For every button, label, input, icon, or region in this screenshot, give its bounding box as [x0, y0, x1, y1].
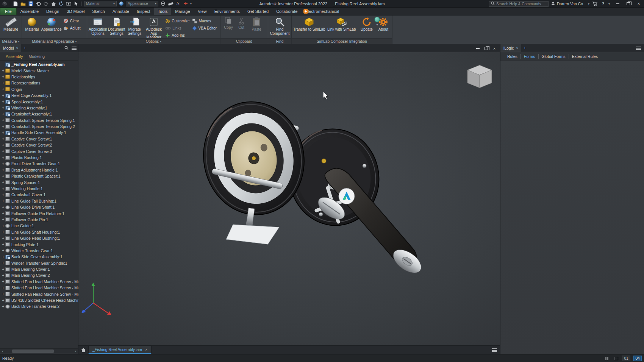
add-panel-button[interactable]: +: [21, 44, 28, 52]
chevron-down-icon[interactable]: ▾: [309, 10, 311, 14]
ribbon-tab[interactable]: File: [0, 8, 17, 15]
tree-item[interactable]: + Winding Assembly:1: [0, 105, 78, 111]
material-combo[interactable]: Material▾: [84, 1, 117, 6]
expander-icon[interactable]: +: [1, 118, 5, 122]
tree-item[interactable]: + Line Guide Tail Bushing:1: [0, 198, 78, 204]
expander-icon[interactable]: +: [1, 143, 5, 147]
expander-icon[interactable]: +: [1, 255, 5, 259]
adjust-button[interactable]: Adjust: [63, 25, 85, 31]
expander-icon[interactable]: +: [1, 131, 5, 135]
reel-model[interactable]: [193, 92, 425, 278]
expander-icon[interactable]: +: [1, 174, 5, 178]
expander-icon[interactable]: +: [1, 224, 5, 228]
material-button[interactable]: Material: [23, 16, 41, 32]
expander-icon[interactable]: +: [1, 267, 5, 272]
expander-icon[interactable]: +: [1, 211, 5, 215]
undo-icon[interactable]: [35, 1, 41, 6]
expander-icon[interactable]: +: [1, 261, 5, 265]
addins-button[interactable]: Add-Ins: [164, 32, 190, 39]
tree-item[interactable]: + Line Guide Head Bushing:1: [0, 235, 78, 241]
store-cart-icon[interactable]: [592, 1, 598, 7]
ilogic-nav-link[interactable]: Global Forms: [538, 54, 569, 59]
expander-icon[interactable]: +: [1, 242, 5, 247]
expander-icon[interactable]: +: [1, 81, 5, 85]
expander-icon[interactable]: +: [1, 112, 5, 116]
cut-button[interactable]: Cut: [236, 16, 247, 30]
tree-item[interactable]: + Slotted Pan Head Machine Screw - Metri…: [0, 291, 78, 297]
tree-item[interactable]: + Model States: Master: [0, 67, 78, 73]
document-settings-button[interactable]: Document Settings: [108, 16, 125, 36]
appearance-button[interactable]: Appearance: [41, 16, 62, 32]
measure-qat-icon[interactable]: [167, 1, 174, 6]
home-icon[interactable]: [50, 1, 56, 6]
expander-icon[interactable]: +: [1, 168, 5, 172]
ribbon-tab[interactable]: Get Started: [244, 8, 272, 15]
help-search[interactable]: [489, 1, 549, 7]
expander-icon[interactable]: +: [1, 298, 5, 303]
expander-icon[interactable]: +: [1, 75, 5, 79]
expander-icon[interactable]: +: [1, 230, 5, 234]
simlab-group-label[interactable]: SimLab Composer Integration: [292, 38, 392, 44]
ribbon-tab[interactable]: Design: [42, 8, 63, 15]
expander-icon[interactable]: +: [1, 69, 5, 73]
qat-overflow-chevron-icon[interactable]: ▾: [190, 2, 192, 5]
tree-item[interactable]: + BS 4183 Slotted Cheese Head Machine Sc…: [0, 297, 78, 303]
ilogic-nav-link[interactable]: Forms: [521, 54, 538, 59]
ribbon-tab[interactable]: View: [194, 8, 211, 15]
link-simlab-button[interactable]: Link with SimLab: [326, 16, 357, 32]
tree-item[interactable]: + Crankshaft Spacer Tension Spring:1: [0, 117, 78, 123]
doc-close-button[interactable]: ×: [490, 45, 499, 52]
expander-icon[interactable]: +: [1, 162, 5, 166]
ribbon-tab[interactable]: 3D Model: [63, 8, 88, 15]
open-folder-icon[interactable]: [20, 1, 26, 6]
ilogic-panel-tab[interactable]: iLogic ×: [500, 44, 521, 52]
tree-item[interactable]: + Back Side Cover Assembly:1: [0, 254, 78, 260]
expander-icon[interactable]: +: [1, 87, 5, 91]
material-appearance-group-label[interactable]: Material and Appearance▾: [22, 38, 87, 44]
expander-icon[interactable]: +: [1, 199, 5, 203]
tree-item[interactable]: + Relationships: [0, 74, 78, 80]
clipboard-group-label[interactable]: Clipboard: [220, 38, 268, 44]
tree-item[interactable]: + Captive Cover Screw:3: [0, 148, 78, 154]
model-panel-tab[interactable]: Model ×: [0, 44, 21, 52]
tree-item[interactable]: + Crankshaft Spacer Tension Spring:2: [0, 123, 78, 130]
migrate-settings-button[interactable]: Migrate Settings: [126, 16, 143, 36]
window-close-button[interactable]: ×: [633, 0, 644, 8]
capture-icon[interactable]: [613, 356, 619, 361]
ribbon-tab[interactable]: Environments: [211, 8, 244, 15]
ribbon-tab[interactable]: Annotate: [109, 8, 133, 15]
update-icon[interactable]: [58, 1, 64, 6]
new-file-icon[interactable]: [13, 1, 19, 6]
tree-item[interactable]: + Main Bearing Cover:1: [0, 266, 78, 272]
expander-icon[interactable]: +: [1, 236, 5, 240]
document-tab[interactable]: _Fishing Reel Assembly.iam ×: [88, 346, 152, 354]
tree-item[interactable]: + Slotted Pan Head Machine Screw - Metri…: [0, 279, 78, 285]
expander-icon[interactable]: +: [1, 100, 5, 104]
transfer-simlab-button[interactable]: Transfer to SimLab: [293, 16, 325, 32]
ilogic-nav-link[interactable]: External Rules: [569, 54, 601, 59]
ribbon-tab[interactable]: Assemble: [17, 8, 42, 15]
tree-item[interactable]: + Handle Side Cover Assembly:1: [0, 130, 78, 136]
tree-item[interactable]: + Winding Handle:1: [0, 186, 78, 192]
browser-mode-tab[interactable]: Assembly: [3, 54, 26, 59]
search-input[interactable]: [496, 2, 546, 6]
ribbon-tab[interactable]: Sketch: [88, 8, 109, 15]
expander-icon[interactable]: +: [1, 187, 5, 191]
tree-item[interactable]: + Follower Guide Pin:1: [0, 217, 78, 223]
tree-item[interactable]: + Main Bearing Cover:2: [0, 272, 78, 278]
tree-item[interactable]: + Back Drive Transfer Gear:2: [0, 303, 78, 309]
scrollbar-track[interactable]: [5, 349, 73, 354]
doc-tabs-menu-icon[interactable]: [492, 348, 497, 352]
expander-icon[interactable]: +: [1, 180, 5, 184]
tree-item[interactable]: + Crankshaft Assembly:1: [0, 111, 78, 117]
update-simlab-button[interactable]: Update: [358, 16, 375, 32]
tree-item[interactable]: + Locking Plate:1: [0, 241, 78, 247]
pause-icon[interactable]: [604, 356, 610, 361]
tree-item[interactable]: + Origin: [0, 86, 78, 92]
expander-icon[interactable]: +: [1, 248, 5, 253]
tree-item[interactable]: + Follower Guide Pin Retainer:1: [0, 210, 78, 216]
tree-item[interactable]: + Representations: [0, 80, 78, 86]
tree-item[interactable]: _Fishing Reel Assembly.iam: [0, 61, 78, 67]
scrollbar-thumb[interactable]: [12, 350, 54, 353]
view-cube[interactable]: [467, 65, 492, 88]
